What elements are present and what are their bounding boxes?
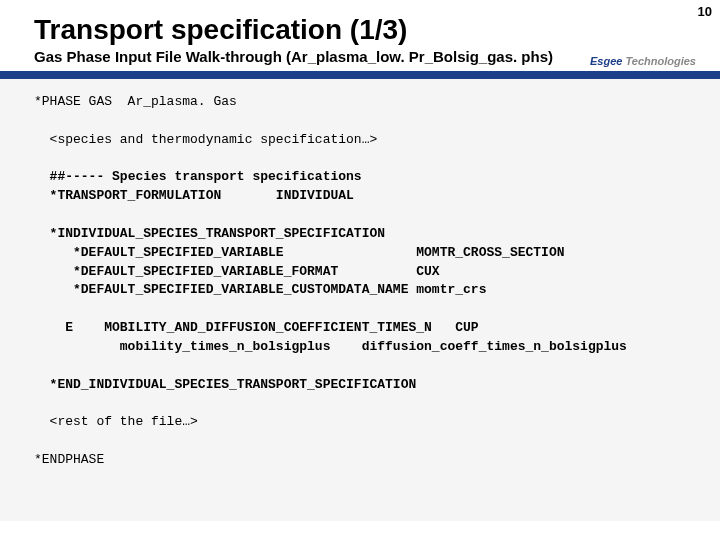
- code-line-bold: *END_INDIVIDUAL_SPECIES_TRANSPORT_SPECIF…: [34, 377, 416, 392]
- code-line-bold: *DEFAULT_SPECIFIED_VARIABLE_CUSTOMDATA_N…: [34, 282, 486, 297]
- code-line: *ENDPHASE: [34, 452, 104, 467]
- code-line: *PHASE GAS Ar_plasma. Gas: [34, 94, 237, 109]
- brand-word: Technologies: [626, 55, 697, 67]
- code-line: <species and thermodynamic specification…: [34, 132, 377, 147]
- brand-logo: Esgee Technologies: [584, 53, 702, 69]
- header-divider: Esgee Technologies: [0, 71, 720, 79]
- code-line-bold: *DEFAULT_SPECIFIED_VARIABLE_FORMAT CUX: [34, 264, 440, 279]
- code-line-bold: *INDIVIDUAL_SPECIES_TRANSPORT_SPECIFICAT…: [34, 226, 385, 241]
- page-title: Transport specification (1/3): [0, 0, 720, 48]
- brand-name: Esgee: [590, 55, 622, 67]
- code-line-bold: *DEFAULT_SPECIFIED_VARIABLE MOMTR_CROSS_…: [34, 245, 565, 260]
- code-line-bold: *TRANSPORT_FORMULATION INDIVIDUAL: [34, 188, 354, 203]
- page-number: 10: [698, 4, 712, 19]
- code-line: <rest of the file…>: [34, 414, 198, 429]
- code-line-bold: E MOBILITY_AND_DIFFUSION_COEFFICIENT_TIM…: [34, 320, 479, 335]
- code-line-bold: ##: [34, 169, 65, 184]
- code-line-bold: mobility_times_n_bolsigplus diffusion_co…: [34, 339, 627, 354]
- code-block: *PHASE GAS Ar_plasma. Gas <species and t…: [0, 79, 720, 521]
- code-line-bold: ----- Species transport specifications: [65, 169, 361, 184]
